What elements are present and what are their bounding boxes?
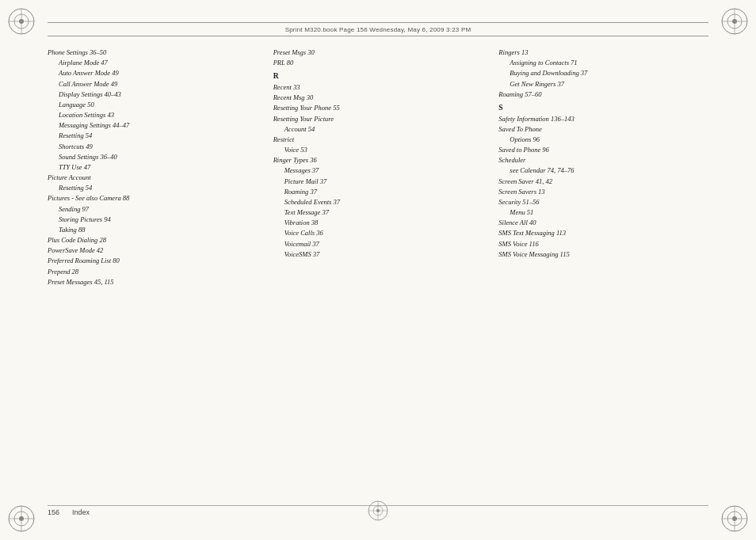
list-item: Saved to Phone 96 <box>498 145 708 155</box>
list-item: Ringer Types 36 <box>273 155 483 165</box>
list-item: Scheduler <box>498 155 708 165</box>
list-item: Pictures - See also Camera 88 <box>48 193 258 203</box>
section-letter-r: R <box>273 70 483 82</box>
column-3: Ringers 13 Assigning to Contacts 71 Buyi… <box>498 48 708 496</box>
list-item: Resetting Your Phone 55 <box>273 103 483 113</box>
list-item: Voice Calls 36 <box>284 228 483 238</box>
list-item: Roaming 57–60 <box>498 89 708 100</box>
list-item: Sound Settings 36–40 <box>59 152 258 162</box>
list-item: Resetting Your Picture <box>273 114 483 124</box>
list-item: Roaming 37 <box>284 187 483 197</box>
list-item: Menu 51 <box>510 207 708 218</box>
list-item: Picture Mail 37 <box>284 177 483 187</box>
content-area: Phone Settings 36–50 Airplane Mode 47 Au… <box>48 48 708 496</box>
list-item: Messaging Settings 44–47 <box>59 120 258 131</box>
list-item: Phone Settings 36–50 <box>48 48 258 58</box>
header-bar: Sprint M320.book Page 156 Wednesday, May… <box>48 22 708 36</box>
list-item: Account 54 <box>284 124 483 135</box>
list-item: Recent Msg 30 <box>273 93 483 103</box>
list-item: Preset Messages 45, 115 <box>48 277 258 287</box>
list-item: Assigning to Contacts 71 <box>510 58 708 68</box>
footer: 156 Index <box>48 505 708 518</box>
list-item: Ringers 13 <box>498 48 708 58</box>
list-item: Text Message 37 <box>284 207 483 218</box>
list-item: Location Settings 43 <box>59 110 258 120</box>
list-item: Picture Account <box>48 173 258 183</box>
list-item: Voice 53 <box>284 145 483 155</box>
list-item: see Calendar 74, 74–76 <box>510 165 708 176</box>
list-item: Scheduled Events 37 <box>284 197 483 207</box>
list-item: Saved To Phone <box>498 124 708 135</box>
list-item: SMS Text Messaging 113 <box>498 228 708 238</box>
list-item: TTY Use 47 <box>59 162 258 173</box>
list-item: Screen Saver 41, 42 <box>498 177 708 187</box>
list-item: Screen Savers 13 <box>498 187 708 197</box>
list-item: SMS Voice Messaging 115 <box>498 249 708 260</box>
list-item: Resetting 54 <box>59 183 258 193</box>
list-item: Airplane Mode 47 <box>59 58 258 68</box>
list-item: VoiceSMS 37 <box>284 249 483 260</box>
corner-decoration-bl <box>6 504 36 534</box>
list-item: Options 96 <box>510 135 708 145</box>
list-item: PowerSave Mode 42 <box>48 245 258 256</box>
list-item: Buying and Downloading 37 <box>510 68 708 78</box>
list-item: Prepend 28 <box>48 267 258 277</box>
list-item: Resetting 54 <box>59 131 258 141</box>
list-item: Call Answer Mode 49 <box>59 79 258 89</box>
column-2: Preset Msgs 30 PRL 80 R Recent 33 Recent… <box>273 48 499 496</box>
list-item: Restrict <box>273 135 483 145</box>
list-item: Plus Code Dialing 28 <box>48 235 258 245</box>
list-item: Security 51–56 <box>498 197 708 207</box>
list-item: Taking 88 <box>59 225 258 235</box>
list-item: Safety Information 136–143 <box>498 114 708 124</box>
header-text: Sprint M320.book Page 156 Wednesday, May… <box>285 26 472 33</box>
page: Sprint M320.book Page 156 Wednesday, May… <box>0 0 756 540</box>
list-item: PRL 80 <box>273 58 483 68</box>
list-item: Preset Msgs 30 <box>273 48 483 58</box>
list-item: Recent 33 <box>273 82 483 93</box>
list-item: Sending 97 <box>59 204 258 215</box>
list-item: Auto Answer Mode 49 <box>59 68 258 78</box>
corner-decoration-br <box>720 504 750 534</box>
list-item: Preferred Roaming List 80 <box>48 256 258 266</box>
corner-decoration-tr <box>720 6 750 36</box>
list-item: Language 50 <box>59 100 258 110</box>
center-bottom-compass-icon <box>367 500 389 522</box>
list-item: Storing Pictures 94 <box>59 215 258 225</box>
list-item: Voicemail 37 <box>284 239 483 249</box>
list-item: Messages 37 <box>284 165 483 176</box>
section-letter-s: S <box>498 102 708 114</box>
list-item: Get New Ringers 37 <box>510 79 708 89</box>
list-item: Display Settings 40–43 <box>59 89 258 100</box>
list-item: Vibration 38 <box>284 218 483 228</box>
column-1: Phone Settings 36–50 Airplane Mode 47 Au… <box>48 48 273 496</box>
list-item: SMS Voice 116 <box>498 239 708 249</box>
list-item: Silence All 40 <box>498 218 708 228</box>
footer-label: Index <box>72 508 90 516</box>
list-item: Shortcuts 49 <box>59 142 258 152</box>
page-number: 156 <box>48 508 59 516</box>
corner-decoration-tl <box>6 6 36 36</box>
